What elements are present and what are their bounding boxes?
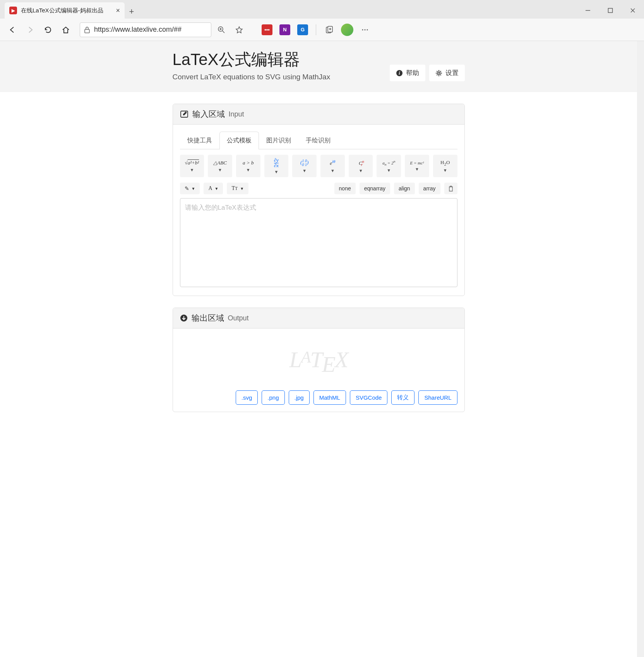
template-sqrt[interactable]: √a²+b²▼: [180, 155, 204, 177]
svg-rect-1: [608, 9, 613, 13]
template-sequence[interactable]: an = 2n▼: [377, 155, 401, 177]
svg-point-18: [438, 72, 440, 74]
separator: [316, 24, 316, 35]
page-title: LaTeX公式编辑器: [173, 49, 331, 70]
template-combination[interactable]: Cnr▼: [349, 155, 373, 177]
format-eqnarray[interactable]: eqnarray: [360, 183, 390, 194]
svg-point-13: [362, 29, 363, 30]
maximize-button[interactable]: [599, 2, 622, 19]
svg-line-6: [223, 31, 224, 33]
output-panel-header: 输出区域 Output: [173, 308, 464, 328]
forward-button[interactable]: [22, 22, 38, 38]
output-preview: LATEX: [173, 328, 464, 390]
export-svgcode[interactable]: SVGCode: [350, 390, 388, 405]
refresh-button[interactable]: [40, 22, 56, 38]
help-button[interactable]: i帮助: [390, 65, 425, 81]
template-inequality[interactable]: a > b▼: [236, 155, 260, 177]
template-partial[interactable]: ∂y∂x▼: [264, 155, 289, 177]
collections-icon[interactable]: [322, 22, 337, 38]
home-button[interactable]: [58, 22, 74, 38]
export-png[interactable]: .png: [262, 390, 284, 405]
input-tabs: 快捷工具 公式模板 图片识别 手绘识别: [180, 132, 457, 149]
tab-templates[interactable]: 公式模板: [219, 132, 259, 149]
menu-icon[interactable]: [357, 22, 373, 38]
new-tab-button[interactable]: +: [125, 5, 139, 19]
settings-button[interactable]: 设置: [429, 65, 465, 81]
export-jpg[interactable]: .jpg: [289, 390, 310, 405]
extension-translate[interactable]: G: [295, 22, 310, 38]
extension-onenote[interactable]: N: [277, 22, 293, 38]
brush-icon: ✎: [185, 185, 189, 192]
format-align[interactable]: align: [394, 183, 415, 194]
svg-point-15: [367, 29, 368, 30]
extension-lastpass[interactable]: •••: [259, 22, 275, 38]
template-row: √a²+b²▼ △ABC▼ a > b▼ ∂y∂x▼ (1 00 1)▼ eiθ…: [180, 155, 457, 177]
edit-icon: [180, 110, 188, 118]
brush-dropdown[interactable]: ✎▼: [180, 183, 200, 194]
size-dropdown[interactable]: TT▼: [227, 183, 248, 194]
gear-icon: [435, 70, 442, 77]
latex-placeholder-logo: LATEX: [289, 347, 348, 373]
export-escape[interactable]: 转义: [391, 390, 414, 405]
template-euler[interactable]: eiθ▼: [320, 155, 345, 177]
page-subtitle: Convert LaTeX equations to SVG using Mat…: [173, 73, 331, 81]
trash-icon: [448, 185, 454, 192]
zoom-icon[interactable]: [214, 22, 229, 38]
clear-button[interactable]: [444, 183, 457, 194]
minimize-button[interactable]: [577, 2, 599, 19]
format-none[interactable]: none: [334, 183, 356, 194]
close-window-button[interactable]: [622, 2, 644, 19]
export-shareurl[interactable]: ShareURL: [418, 390, 457, 405]
export-mathml[interactable]: MathML: [313, 390, 346, 405]
lock-icon: [84, 26, 90, 33]
tab-title: 在线LaTeX公式编辑器-妈叔出品: [21, 7, 112, 14]
font-dropdown[interactable]: A▼: [204, 183, 223, 194]
svg-point-14: [365, 29, 366, 30]
tab-quick-tools[interactable]: 快捷工具: [180, 132, 219, 149]
output-panel: 输出区域 Output LATEX .svg .png .jpg MathML …: [173, 308, 465, 412]
template-triangle[interactable]: △ABC▼: [208, 155, 232, 177]
input-panel: 输入区域 Input 快捷工具 公式模板 图片识别 手绘识别 √a²+b²▼ △…: [173, 104, 465, 296]
favicon-icon: ▶: [9, 7, 17, 14]
export-svg[interactable]: .svg: [236, 390, 258, 405]
favorite-icon[interactable]: [231, 22, 247, 38]
template-einstein[interactable]: E = mc²▼: [405, 155, 429, 177]
tab-image-ocr[interactable]: 图片识别: [259, 132, 298, 149]
tab-handwriting[interactable]: 手绘识别: [298, 132, 338, 149]
latex-input[interactable]: [180, 198, 457, 287]
profile-avatar[interactable]: [339, 22, 355, 38]
back-button[interactable]: [5, 22, 20, 38]
close-tab-icon[interactable]: ×: [116, 7, 120, 15]
template-chemistry[interactable]: H2O▼: [433, 155, 457, 177]
download-icon: [180, 314, 188, 322]
template-matrix[interactable]: (1 00 1)▼: [292, 155, 317, 177]
info-icon: i: [396, 70, 403, 77]
format-array[interactable]: array: [419, 183, 440, 194]
svg-rect-4: [85, 29, 89, 33]
input-panel-header: 输入区域 Input: [173, 104, 464, 125]
url-text: https://www.latexlive.com/##: [94, 26, 182, 34]
url-bar[interactable]: https://www.latexlive.com/##: [80, 22, 211, 37]
browser-tab[interactable]: ▶ 在线LaTeX公式编辑器-妈叔出品 ×: [5, 2, 125, 19]
